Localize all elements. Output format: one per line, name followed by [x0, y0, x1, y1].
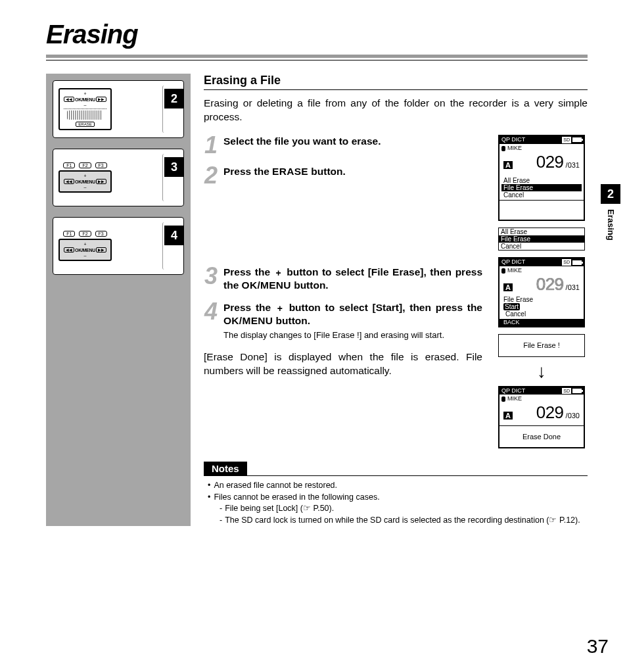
lcd1-mike: MIKE [507, 145, 522, 152]
mic-icon [501, 146, 505, 151]
msg-erase-text: File Erase ! [499, 335, 584, 356]
step-4-sub: The display changes to [File Erase !] an… [223, 329, 482, 341]
battery-icon [572, 137, 582, 142]
okmenu-label: OK/MENU [75, 97, 95, 102]
plus-label-3: + [83, 242, 86, 247]
lead-text: Erasing or deleting a file from any of t… [204, 97, 588, 124]
lcd2-cancel: Cancel [501, 310, 582, 318]
folder-a-icon: A [503, 161, 513, 169]
badge-2: 2 [164, 89, 184, 108]
lcd1-all: All Erase [501, 177, 582, 184]
step-3: 3 Press the + button to select [File Era… [204, 266, 482, 292]
mic-icon-3 [501, 396, 505, 402]
step-num-1: 1 [204, 135, 218, 156]
f1-key: F1 [63, 162, 75, 168]
device-okmenu-erase: + ◀◀OK/MENU▶▶ – ERASE [58, 88, 112, 130]
lcd3-qp: QP DICT [501, 388, 525, 395]
down-arrow-icon: ↓ [537, 361, 546, 382]
step-4-post: button. [273, 315, 310, 326]
right-column: Erasing a File Erasing or deleting a fil… [204, 74, 588, 526]
side-chapter-label: Erasing [606, 209, 616, 241]
note-2: Files cannot be erased in the following … [214, 492, 379, 504]
f-keys-2: F1 F2 F3 [63, 231, 107, 237]
folder-a-icon-3: A [503, 412, 513, 420]
lcd-menu-snippet: All Erase File Erase Cancel [498, 228, 585, 251]
speaker-icon [67, 110, 103, 120]
step-4-mid: button to select [Start], then press the [285, 302, 482, 313]
erase-label: ERASE [76, 122, 94, 127]
thumb-4: F1 F2 F3 + ◀◀OK/MENU▶▶ – 4 [53, 217, 184, 275]
lcd2-mike: MIKE [507, 268, 522, 274]
page-root: Erasing + ◀◀OK/MENU▶▶ – ERASE 2 [0, 0, 627, 672]
lcd1-small: /031 [566, 161, 580, 169]
lcd-column: QP DICTSD MIKE A029/031 All Erase File E… [496, 135, 588, 448]
badge-3: 3 [164, 157, 184, 177]
thumb-2: + ◀◀OK/MENU▶▶ – ERASE 2 [53, 80, 184, 138]
notes-list: •An erased file cannot be restored. •Fil… [204, 480, 588, 526]
f2-key-b: F2 [79, 231, 91, 237]
text-column: 1 Select the file you want to erase. 2 P… [204, 135, 482, 448]
plus-label: + [83, 91, 86, 96]
battery-icon-2 [572, 260, 582, 265]
msg-done-text: Erase Done [499, 425, 584, 447]
lcd-msg-erase: File Erase ! [498, 334, 585, 356]
minus-label-2: – [84, 185, 87, 189]
page-title: Erasing [46, 20, 588, 49]
badge-4: 4 [164, 226, 184, 245]
step-3-pre: Press the [223, 266, 274, 277]
snip-cancel: Cancel [499, 243, 584, 250]
step-2-pre: Press the [223, 166, 272, 177]
lcd1-file: File Erase [501, 184, 582, 191]
lcd2-start: Start [503, 303, 520, 310]
notes-section: Notes •An erased file cannot be restored… [204, 462, 588, 526]
battery-icon-3 [572, 389, 582, 393]
sd-icon-2: SD [562, 259, 571, 266]
step-4-btn: OK/MENU [223, 315, 273, 326]
lcd1-big: 029 [536, 153, 564, 172]
mic-icon-2 [501, 268, 505, 274]
plus-label-2: + [83, 174, 86, 178]
closing-para: [Erase Done] is displayed when the file … [204, 350, 482, 378]
step-num-3: 3 [204, 266, 218, 292]
lcd1-cancel: Cancel [501, 191, 582, 199]
device-okmenu-grey-b: + ◀◀OK/MENU▶▶ – [58, 239, 112, 261]
side-tab: 2 Erasing [601, 184, 620, 241]
lcd3-big: 029 [536, 403, 564, 422]
step-4-pre: Press the [223, 302, 275, 313]
lcd-screen-2: QP DICTSD MIKE A029/031 File Erase Start… [498, 257, 585, 327]
step-2: 2 Press the ERASE button. [204, 165, 482, 186]
lcd-screen-3: QP DICTSD MIKE A029/030 Erase Done [498, 386, 585, 448]
f-keys: F1 F2 F3 [63, 162, 107, 168]
lcd2-qp: QP DICT [501, 259, 525, 266]
body-grid: 1 Select the file you want to erase. 2 P… [204, 135, 588, 448]
step-3-post: button. [291, 279, 329, 291]
step-2-post: button. [308, 166, 346, 177]
step-num-4: 4 [204, 301, 218, 341]
step-1-title: Select the file you want to erase. [223, 135, 381, 147]
step-1: 1 Select the file you want to erase. [204, 135, 482, 156]
folder-a-icon-2: A [503, 283, 513, 291]
page-number: 37 [587, 635, 609, 658]
thumb-3: F1 F2 F3 + ◀◀OK/MENU▶▶ – 3 [53, 149, 184, 206]
rule-thick [46, 55, 588, 58]
section-heading: Erasing a File [204, 74, 588, 90]
minus-label: – [84, 103, 87, 107]
f1-key-b: F1 [63, 231, 75, 237]
note-2b: The SD card lock is turned on while the … [225, 515, 580, 527]
lcd3-mike: MIKE [507, 396, 522, 402]
sd-icon-3: SD [562, 388, 571, 395]
note-2a: File being set [Lock] (☞ P.50). [225, 503, 334, 515]
lcd2-small: /031 [566, 283, 580, 291]
left-column: + ◀◀OK/MENU▶▶ – ERASE 2 F1 F2 F3 [46, 74, 191, 526]
okmenu-label-3: OK/MENU [75, 248, 95, 252]
rule-thin [46, 60, 588, 60]
minus-label-3: – [84, 253, 87, 258]
lcd1-qp: QP DICT [501, 137, 525, 143]
step-4: 4 Press the + button to select [Start], … [204, 301, 482, 341]
step-num-2: 2 [204, 165, 218, 186]
step-3-btn: OK/MENU [242, 279, 291, 291]
side-chapter-num: 2 [601, 184, 620, 204]
plus-icon-2: + [275, 304, 285, 313]
step-2-btn: ERASE [272, 166, 308, 177]
notes-heading: Notes [204, 462, 247, 475]
